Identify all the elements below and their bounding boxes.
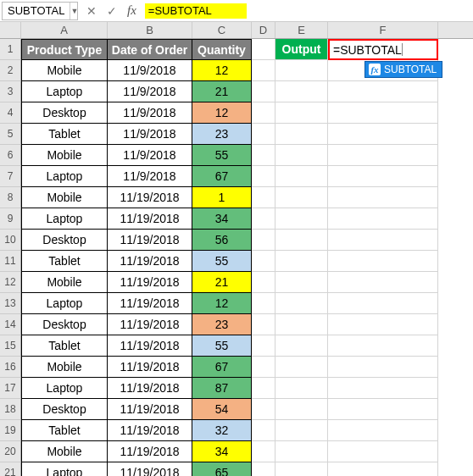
cell-quantity[interactable]: 1	[192, 187, 252, 208]
cell[interactable]	[275, 208, 328, 230]
cell[interactable]	[328, 335, 438, 357]
cell[interactable]	[328, 293, 438, 314]
active-editing-cell[interactable]: =SUBTOTAL	[328, 39, 438, 60]
row-header[interactable]: 13	[0, 293, 21, 314]
formula-input[interactable]: =SUBTOTAL	[145, 3, 247, 19]
cell-product-type[interactable]: Laptop	[21, 462, 108, 476]
cell[interactable]	[275, 420, 328, 441]
cell[interactable]	[252, 251, 275, 272]
cell[interactable]	[328, 251, 438, 272]
row-header[interactable]: 3	[0, 81, 21, 102]
cell[interactable]	[252, 357, 275, 378]
cell-quantity[interactable]: 32	[192, 420, 252, 441]
row-header[interactable]: 10	[0, 230, 21, 251]
cell[interactable]	[275, 187, 328, 208]
cell-date-of-order[interactable]: 11/19/2018	[108, 314, 192, 335]
cell[interactable]	[328, 420, 438, 441]
row-header[interactable]: 14	[0, 314, 21, 335]
cell-date-of-order[interactable]: 11/19/2018	[108, 378, 192, 399]
cell-date-of-order[interactable]: 11/9/2018	[108, 102, 192, 124]
cancel-icon[interactable]: ✕	[86, 4, 97, 18]
cell-product-type[interactable]: Mobile	[21, 187, 108, 208]
row-header[interactable]: 17	[0, 378, 21, 399]
cell-date-of-order[interactable]: 11/9/2018	[108, 124, 192, 145]
cell-product-type[interactable]: Laptop	[21, 166, 108, 187]
header-date-of-order[interactable]: Date of Order	[108, 39, 192, 60]
cell[interactable]	[252, 124, 275, 145]
cell-quantity[interactable]: 55	[192, 251, 252, 272]
cell[interactable]	[275, 399, 328, 420]
cell[interactable]	[328, 357, 438, 378]
cell[interactable]	[328, 124, 438, 145]
cell[interactable]	[275, 335, 328, 357]
cell-date-of-order[interactable]: 11/19/2018	[108, 230, 192, 251]
row-header[interactable]: 9	[0, 208, 21, 230]
cell-product-type[interactable]: Mobile	[21, 441, 108, 462]
cell[interactable]	[275, 441, 328, 462]
cell[interactable]	[252, 39, 275, 60]
cell[interactable]	[275, 230, 328, 251]
cell[interactable]	[275, 357, 328, 378]
formula-suggestion-popup[interactable]: fx SUBTOTAL	[364, 61, 442, 78]
col-header-C[interactable]: C	[192, 22, 252, 38]
cell[interactable]	[252, 81, 275, 102]
cell-date-of-order[interactable]: 11/19/2018	[108, 462, 192, 476]
name-box[interactable]: SUBTOTAL ▼	[2, 2, 78, 20]
cell-date-of-order[interactable]: 11/9/2018	[108, 145, 192, 166]
cell-date-of-order[interactable]: 11/9/2018	[108, 166, 192, 187]
cell-product-type[interactable]: Laptop	[21, 293, 108, 314]
cell-date-of-order[interactable]: 11/19/2018	[108, 441, 192, 462]
cell[interactable]	[328, 187, 438, 208]
cell-quantity[interactable]: 12	[192, 102, 252, 124]
cell[interactable]	[328, 378, 438, 399]
row-header[interactable]: 4	[0, 102, 21, 124]
cell[interactable]	[252, 272, 275, 293]
cell-quantity[interactable]: 87	[192, 378, 252, 399]
cell-product-type[interactable]: Tablet	[21, 251, 108, 272]
cell-quantity[interactable]: 21	[192, 81, 252, 102]
cell[interactable]	[328, 145, 438, 166]
fx-icon[interactable]: fx	[127, 3, 136, 18]
cell-date-of-order[interactable]: 11/19/2018	[108, 420, 192, 441]
row-header[interactable]: 19	[0, 420, 21, 441]
cell[interactable]	[252, 166, 275, 187]
cell-product-type[interactable]: Mobile	[21, 272, 108, 293]
cell-quantity[interactable]: 12	[192, 60, 252, 81]
cell[interactable]	[252, 293, 275, 314]
cell[interactable]	[275, 314, 328, 335]
cell[interactable]	[328, 441, 438, 462]
cell[interactable]	[275, 462, 328, 476]
cell[interactable]	[252, 187, 275, 208]
cell-date-of-order[interactable]: 11/19/2018	[108, 399, 192, 420]
cell[interactable]	[252, 145, 275, 166]
cell-product-type[interactable]: Laptop	[21, 81, 108, 102]
row-header[interactable]: 11	[0, 251, 21, 272]
row-header[interactable]: 8	[0, 187, 21, 208]
cell-product-type[interactable]: Desktop	[21, 230, 108, 251]
row-header[interactable]: 7	[0, 166, 21, 187]
cell-quantity[interactable]: 65	[192, 462, 252, 476]
cell-quantity[interactable]: 67	[192, 357, 252, 378]
cell-quantity[interactable]: 56	[192, 230, 252, 251]
row-header[interactable]: 18	[0, 399, 21, 420]
cell-date-of-order[interactable]: 11/9/2018	[108, 60, 192, 81]
cell[interactable]	[252, 60, 275, 81]
cell[interactable]	[328, 462, 438, 476]
cell-quantity[interactable]: 54	[192, 399, 252, 420]
cell[interactable]	[328, 314, 438, 335]
cell-date-of-order[interactable]: 11/19/2018	[108, 335, 192, 357]
cell-date-of-order[interactable]: 11/19/2018	[108, 208, 192, 230]
cell[interactable]	[328, 230, 438, 251]
cell[interactable]	[275, 60, 328, 81]
row-header[interactable]: 21	[0, 462, 21, 476]
cell[interactable]	[252, 441, 275, 462]
header-product-type[interactable]: Product Type	[21, 39, 108, 60]
cell-date-of-order[interactable]: 11/19/2018	[108, 293, 192, 314]
cell[interactable]	[252, 314, 275, 335]
cell[interactable]	[328, 102, 438, 124]
cell-date-of-order[interactable]: 11/19/2018	[108, 272, 192, 293]
cell[interactable]	[275, 81, 328, 102]
col-header-E[interactable]: E	[275, 22, 328, 38]
cell-quantity[interactable]: 23	[192, 314, 252, 335]
accept-icon[interactable]: ✓	[107, 4, 117, 18]
